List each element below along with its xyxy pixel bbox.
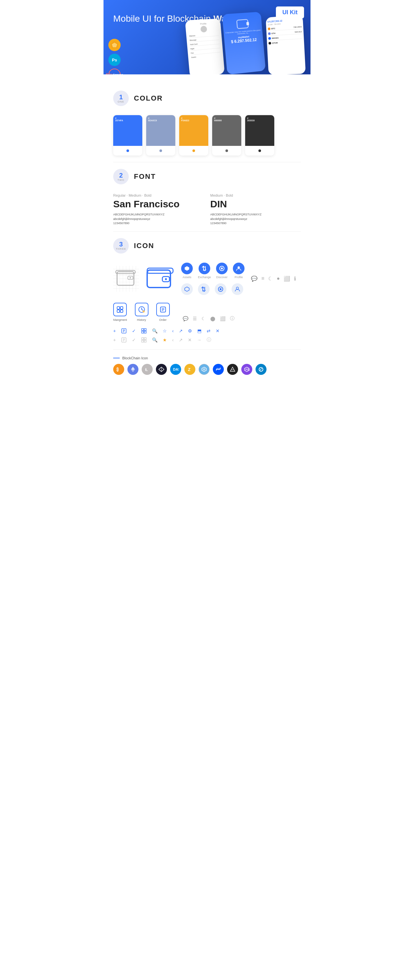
star-icon: ☆ [163, 328, 167, 334]
wireframe-grid-icon [113, 266, 139, 292]
sketch-badge [108, 39, 121, 51]
divider-2 [113, 231, 301, 232]
management-icon [113, 303, 127, 316]
close2-gray-icon: ✕ [188, 337, 192, 342]
swatch-gray: #666666 [212, 115, 241, 156]
swap-icon: ⇄ [207, 328, 210, 334]
svg-text:POL: POL [245, 368, 250, 371]
wallet-blue-icon [145, 264, 175, 293]
icon-management: Mangment [113, 303, 127, 321]
document-plus-icon [121, 328, 127, 334]
app-icons-row: Mangment History Order 💬 ☰ ☾ [113, 303, 301, 321]
phone-right-screen: $ 6,297,502.12 12-298 · 738-2003 BTC 738… [266, 15, 306, 75]
svg-rect-35 [120, 310, 123, 312]
phone-mockups: Profile Mainnet Message Hold Card Night … [181, 10, 310, 75]
svg-marker-59 [131, 367, 135, 370]
font-din-weights: Medium · Bold [210, 193, 301, 197]
waves-icon [213, 364, 224, 375]
ps-label: Ps [112, 57, 117, 62]
svg-marker-28 [185, 287, 189, 291]
hero-badges: Ps 60+ Screens [108, 39, 121, 75]
icon-exchange-gray [198, 283, 210, 295]
sys-icon [256, 364, 266, 375]
divider-3 [113, 349, 301, 350]
discover-gray-icon [215, 283, 226, 295]
main-content: 1 ONE COLOR #3574FA #8DA0C8 #F5A623 #666… [104, 75, 310, 385]
svg-point-19 [130, 277, 131, 278]
icon-order: Order [156, 303, 170, 321]
icon-number: 3 [119, 241, 123, 247]
font-sf-upper: ABCDEFGHIJKLMNOPQRSTUVWXYZ [113, 212, 204, 217]
small-misc-icons: 💬 ☰ ☾ ⬤ ⬜ ⓘ [183, 316, 234, 321]
misc-icons-row1: 💬 ≡ ☾ ● ⬜ ℹ [251, 275, 296, 282]
screens-badge: 60+ Screens [108, 68, 121, 75]
svg-marker-24 [185, 266, 189, 271]
discover-circle-icon [216, 262, 228, 274]
icon-assets-gray [181, 283, 193, 295]
plus-gray-icon: + [113, 337, 116, 342]
layers-icon: ≡ [261, 275, 264, 282]
check-icon: ✓ [132, 328, 136, 334]
small-icons-row-1: + ✓ 🔍 ☆ ‹ ↗ ⚙ ⬒ ⇄ ✕ [113, 328, 301, 334]
font-section-header: 2 TWO FONT [113, 169, 301, 185]
swatch-gray-blue: #8DA0C8 [146, 115, 175, 156]
dot-icon: ⬤ [210, 316, 215, 321]
forward-icon: → [197, 337, 202, 342]
icon-title: ICON [134, 242, 154, 250]
svg-text:Z: Z [188, 367, 191, 372]
dash-icon: DASH [170, 364, 181, 375]
color-swatches: #3574FA #8DA0C8 #F5A623 #666666 #303030 [113, 115, 301, 156]
svg-rect-55 [144, 338, 146, 340]
svg-rect-32 [117, 307, 119, 309]
font-sf-nums: 1234567890 [113, 221, 204, 225]
swatch-orange: #F5A623 [179, 115, 208, 156]
ltc-icon: Ł [142, 364, 153, 375]
chat2-icon: 💬 [183, 316, 188, 321]
zec-icon: Z [184, 364, 195, 375]
star-filled-icon: ★ [163, 337, 167, 342]
svg-rect-33 [120, 307, 123, 309]
nav-icons-container: Assets Exchange Discover [181, 262, 245, 295]
swatch-dark: #303030 [245, 115, 274, 156]
exchange-circle-icon [199, 262, 210, 274]
assets-gray-icon [181, 283, 193, 295]
icon-section-header: 3 THREE ICON [113, 238, 301, 254]
icon-wireframe-container [113, 266, 139, 292]
font-din-upper: ABCDEFGHIJKLMNOPQRSTUVWXYZ [210, 212, 301, 217]
phone-center: Character may be moderated in the good m… [222, 12, 266, 75]
font-number: 2 [119, 172, 123, 178]
font-sf: Regular · Medium · Bold San Francisco AB… [113, 193, 204, 225]
svg-rect-34 [117, 310, 119, 312]
phone-right: $ 6,297,502.12 12-298 · 738-2003 BTC 738… [266, 15, 306, 75]
ar-icon [227, 364, 238, 375]
blockchain-label: BlockChain Icon [113, 356, 301, 360]
svg-rect-54 [142, 338, 143, 340]
info2-icon: ⓘ [230, 316, 234, 321]
qr-icon [141, 328, 147, 334]
font-grid: Regular · Medium · Bold San Francisco AB… [113, 193, 301, 225]
icon-section-badge: 3 THREE [113, 238, 129, 254]
misc-icons: 💬 ≡ ☾ ● ⬜ ℹ [251, 275, 296, 282]
xem-icon [199, 364, 210, 375]
font-din-name: DIN [210, 199, 301, 210]
qr-gray-icon [141, 337, 147, 343]
svg-point-31 [236, 287, 239, 289]
exchange-label: Exchange [198, 275, 211, 279]
svg-rect-57 [144, 340, 146, 342]
eth-icon [127, 364, 139, 375]
svg-rect-20 [147, 270, 170, 288]
speech-icon: ⬜ [220, 316, 225, 321]
profile-circle-icon [233, 262, 245, 274]
swatch-blue: #3574FA [113, 115, 142, 156]
crypto-icons-row: ₿ Ł DASH Z [113, 364, 301, 375]
plus-icon: + [113, 328, 116, 334]
moon-icon: ☾ [202, 316, 206, 321]
profile-gray-icon [232, 283, 243, 295]
icon-wallet-blue [145, 264, 175, 294]
nav-icons-row-filled: Assets Exchange Discover [181, 262, 245, 279]
exchange-gray-icon [198, 283, 210, 295]
close-icon: ✕ [216, 328, 220, 334]
order-label: Order [159, 318, 167, 321]
phone-center-screen: Character may be moderated in the good m… [222, 12, 266, 75]
export-icon: ⬒ [197, 328, 202, 334]
